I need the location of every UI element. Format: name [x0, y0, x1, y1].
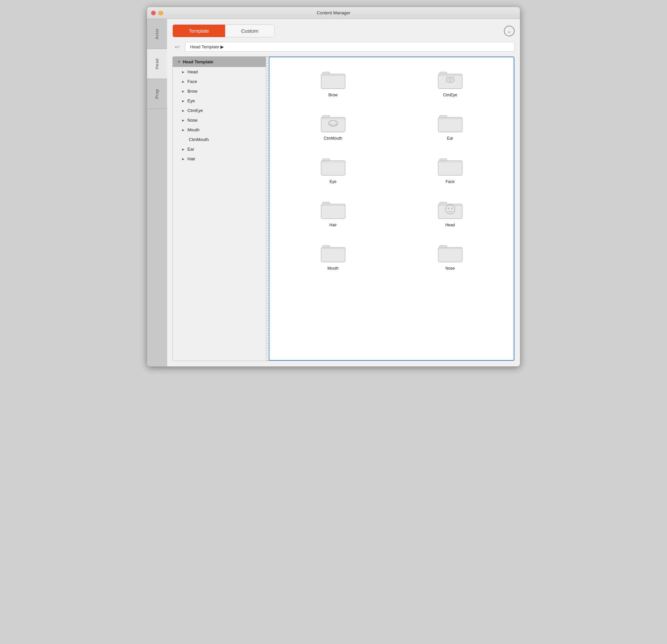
- folder-label: Face: [445, 179, 455, 184]
- breadcrumb-row: ↩ Head Template ▶: [173, 42, 515, 52]
- tree-item-label: CtmEye: [188, 108, 203, 113]
- tree-item-label: Mouth: [188, 127, 199, 132]
- tree-item-mouth[interactable]: ▶Mouth: [173, 125, 266, 135]
- tree-arrow-icon: ▶: [182, 148, 185, 151]
- folder-label: Brow: [328, 93, 338, 97]
- tree-item-ctmmouth[interactable]: CtmMouth: [173, 135, 266, 144]
- breadcrumb: Head Template ▶: [185, 42, 515, 52]
- minimize-button[interactable]: —: [159, 11, 163, 15]
- folder-item-ear[interactable]: Ear: [393, 108, 507, 144]
- tree-item-label: Brow: [188, 89, 197, 94]
- svg-rect-35: [321, 247, 345, 262]
- folder-label: Ear: [447, 136, 453, 141]
- main-window: ✕ — Content Manager Actor Head Prop Temp…: [147, 7, 520, 367]
- breadcrumb-text: Head Template ▶: [190, 44, 224, 49]
- grid-pane: Brow CtmEye: [269, 57, 514, 361]
- folder-label: Head: [445, 223, 455, 227]
- tree-item-eye[interactable]: ▶Eye: [173, 96, 266, 106]
- sidebar-label-actor: Actor: [155, 28, 159, 39]
- tree-item-ctmeye[interactable]: ▶CtmEye: [173, 106, 266, 115]
- folder-item-brow[interactable]: Brow: [276, 64, 390, 101]
- sidebar-label-head: Head: [155, 58, 159, 69]
- chevron-down-icon: ⌄: [507, 28, 511, 34]
- svg-rect-1: [321, 74, 345, 89]
- tree-item-label: Eye: [188, 98, 195, 103]
- window-title: Content Manager: [317, 10, 350, 15]
- svg-rect-23: [438, 161, 462, 175]
- svg-rect-38: [438, 247, 462, 262]
- folder-item-mouth[interactable]: Mouth: [276, 237, 390, 274]
- tree-item-label: Face: [188, 79, 197, 84]
- tree-item-face[interactable]: ▶Face: [173, 77, 266, 86]
- tree-item-ear[interactable]: ▶Ear: [173, 144, 266, 154]
- tab-buttons: Template Custom: [173, 24, 275, 37]
- tree-item-brow[interactable]: ▶Brow: [173, 86, 266, 96]
- main-layout: Actor Head Prop Template Custom ⌄: [147, 19, 520, 366]
- splitter[interactable]: [266, 57, 269, 361]
- sidebar-label-prop: Prop: [155, 89, 159, 99]
- tree-arrow-icon: ▶: [182, 157, 185, 161]
- svg-rect-17: [438, 117, 462, 132]
- tree-header: ▼ Head Template: [173, 57, 266, 67]
- left-sidebar: Actor Head Prop: [147, 19, 167, 366]
- folder-item-nose[interactable]: Nose: [393, 237, 507, 274]
- folder-label: Mouth: [327, 266, 339, 271]
- window-controls: ✕ —: [151, 11, 163, 15]
- folder-item-head[interactable]: Head: [393, 194, 507, 231]
- tree-item-hair[interactable]: ▶Hair: [173, 154, 266, 164]
- svg-point-33: [451, 208, 453, 209]
- svg-rect-26: [321, 204, 345, 219]
- folder-item-ctmeye[interactable]: CtmEye: [393, 64, 507, 101]
- folder-label: CtmMouth: [324, 136, 342, 141]
- svg-point-32: [448, 208, 449, 209]
- tree-pane: ▼ Head Template ▶Head▶Face▶Brow▶Eye▶CtmE…: [173, 57, 266, 361]
- back-button[interactable]: ↩: [173, 42, 182, 52]
- tree-item-label: Head: [188, 69, 198, 74]
- sidebar-item-head[interactable]: Head: [147, 49, 167, 79]
- split-pane: ▼ Head Template ▶Head▶Face▶Brow▶Eye▶CtmE…: [173, 56, 515, 361]
- folder-label: Nose: [445, 266, 455, 271]
- tree-item-label: Ear: [188, 147, 194, 152]
- tree-item-label: Hair: [188, 156, 195, 161]
- folder-grid: Brow CtmEye: [276, 64, 507, 274]
- tree-chevron-icon: ▼: [177, 60, 181, 64]
- tab-template[interactable]: Template: [173, 25, 225, 37]
- tree-root-label: Head Template: [183, 59, 213, 64]
- svg-rect-29: [438, 204, 462, 219]
- tree-item-label: CtmMouth: [189, 137, 209, 142]
- sidebar-item-prop[interactable]: Prop: [147, 79, 167, 109]
- tree-items-container: ▶Head▶Face▶Brow▶Eye▶CtmEye▶Nose▶MouthCtm…: [173, 67, 266, 164]
- title-bar: ✕ — Content Manager: [147, 7, 520, 19]
- folder-label: CtmEye: [443, 93, 457, 97]
- folder-label: Eye: [329, 179, 337, 184]
- folder-item-hair[interactable]: Hair: [276, 194, 390, 231]
- tree-item-head[interactable]: ▶Head: [173, 67, 266, 77]
- tree-arrow-icon: ▶: [182, 128, 185, 132]
- tree-arrow-icon: ▶: [182, 109, 185, 112]
- tree-arrow-icon: ▶: [182, 99, 185, 103]
- tree-item-nose[interactable]: ▶Nose: [173, 115, 266, 125]
- tree-arrow-icon: ▶: [182, 90, 185, 93]
- svg-rect-11: [321, 117, 345, 132]
- tree-arrow-icon: ▶: [182, 119, 185, 122]
- tab-custom[interactable]: Custom: [225, 25, 275, 37]
- sidebar-item-actor[interactable]: Actor: [147, 19, 167, 49]
- tree-arrow-icon: ▶: [182, 80, 185, 83]
- folder-item-ctmmouth[interactable]: CtmMouth: [276, 108, 390, 144]
- folder-label: Hair: [329, 223, 337, 227]
- folder-item-face[interactable]: Face: [393, 151, 507, 187]
- back-icon: ↩: [175, 43, 180, 51]
- close-button[interactable]: ✕: [151, 11, 156, 15]
- tree-arrow-icon: ▶: [182, 70, 185, 74]
- content-area: Template Custom ⌄ ↩ Head Template ▶: [167, 19, 520, 366]
- tree-item-label: Nose: [188, 118, 197, 123]
- svg-rect-20: [321, 161, 345, 175]
- options-button[interactable]: ⌄: [504, 26, 515, 36]
- folder-item-eye[interactable]: Eye: [276, 151, 390, 187]
- tabs-row: Template Custom ⌄: [173, 24, 515, 37]
